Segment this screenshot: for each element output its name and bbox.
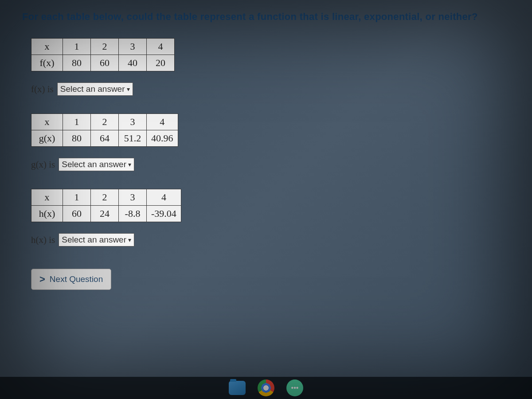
table-cell: 51.2: [119, 130, 147, 147]
taskbar: •••: [0, 377, 532, 399]
files-app-icon[interactable]: [228, 379, 246, 397]
select-placeholder: Select an answer: [62, 160, 126, 169]
question-text: For each table below, could the table re…: [22, 11, 510, 23]
answer-row-h: h(x) is Select an answer ▾: [31, 233, 510, 246]
table-g-y-label: g(x): [31, 130, 63, 147]
table-cell: 1: [63, 114, 91, 130]
table-cell: 40.96: [147, 130, 178, 147]
table-cell: 60: [63, 206, 91, 222]
chevron-down-icon: ▾: [128, 161, 131, 168]
table-cell: 2: [91, 39, 119, 55]
table-cell: 64: [91, 130, 119, 147]
folder-icon: [229, 381, 246, 395]
table-cell: 40: [119, 55, 147, 71]
chrome-icon: [258, 379, 274, 396]
table-cell: 80: [63, 55, 91, 71]
answer-label-g: g(x) is: [31, 159, 55, 170]
next-question-button[interactable]: > Next Question: [31, 269, 111, 290]
select-placeholder: Select an answer: [62, 235, 126, 245]
table-cell: 4: [147, 114, 178, 130]
table-g-x-label: x: [31, 114, 63, 130]
table-h: x 1 2 3 4 h(x) 60 24 -8.8 -39.04: [31, 189, 510, 222]
table-cell: 2: [91, 114, 119, 130]
table-cell: 3: [119, 114, 147, 130]
table-cell: -39.04: [147, 206, 181, 222]
table-f-x-label: x: [31, 39, 63, 55]
table-g: x 1 2 3 4 g(x) 80 64 51.2 40.96: [31, 113, 510, 147]
chevron-right-icon: >: [39, 274, 45, 285]
select-answer-g[interactable]: Select an answer ▾: [59, 158, 134, 171]
table-cell: -8.8: [119, 206, 147, 222]
chat-app-icon[interactable]: •••: [286, 379, 304, 397]
select-placeholder: Select an answer: [60, 84, 125, 94]
table-cell: 4: [147, 189, 181, 206]
chevron-down-icon: ▾: [128, 236, 131, 243]
table-cell: 60: [91, 55, 119, 71]
table-cell: 20: [147, 55, 175, 71]
table-cell: 2: [91, 189, 119, 206]
table-f: x 1 2 3 4 f(x) 80 60 40 20: [31, 38, 510, 71]
table-cell: 80: [63, 130, 91, 147]
table-cell: 1: [63, 39, 91, 55]
table-h-x-label: x: [31, 189, 63, 206]
chat-icon: •••: [286, 379, 303, 396]
table-cell: 1: [63, 189, 91, 206]
answer-row-g: g(x) is Select an answer ▾: [31, 158, 510, 171]
table-h-y-label: h(x): [31, 206, 63, 222]
chrome-app-icon[interactable]: [257, 379, 275, 397]
answer-label-f: f(x) is: [31, 84, 54, 95]
chevron-down-icon: ▾: [127, 86, 130, 93]
answer-label-h: h(x) is: [31, 235, 55, 246]
answer-row-f: f(x) is Select an answer ▾: [31, 82, 510, 96]
table-cell: 3: [119, 189, 147, 206]
select-answer-f[interactable]: Select an answer ▾: [57, 82, 133, 96]
table-f-y-label: f(x): [31, 55, 63, 71]
table-cell: 24: [91, 206, 119, 222]
select-answer-h[interactable]: Select an answer ▾: [59, 233, 134, 246]
next-button-label: Next Question: [50, 274, 103, 284]
table-cell: 3: [119, 39, 147, 55]
table-cell: 4: [147, 39, 175, 55]
